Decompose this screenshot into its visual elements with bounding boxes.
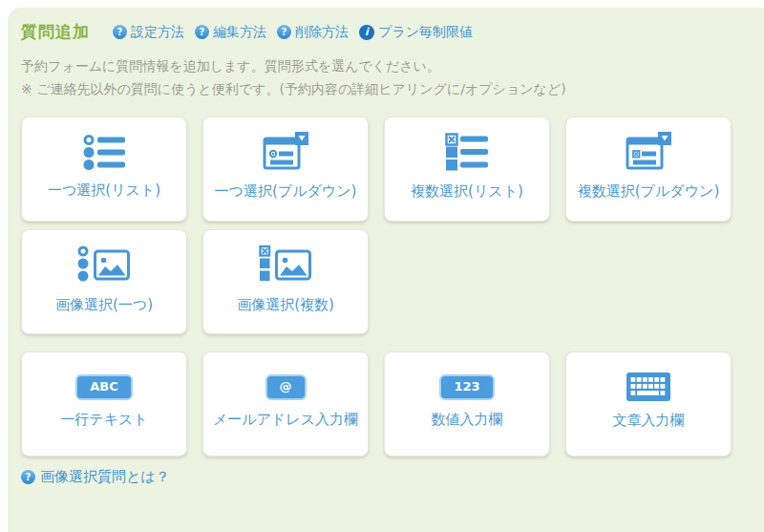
description-line1: 予約フォームに質問情報を追加します。質問形式を選んでください。 xyxy=(21,55,751,78)
card-label: メールアドレス入力欄 xyxy=(213,406,358,434)
page-title: 質問追加 xyxy=(21,21,90,43)
link-label: 設定方法 xyxy=(131,24,184,41)
link-edit-method[interactable]: ? 編集方法 xyxy=(195,24,266,41)
link-plan-limit[interactable]: i プラン毎制限値 xyxy=(359,24,473,41)
card-multi-choice-list[interactable]: 複数選択(リスト) xyxy=(384,117,550,222)
image-multi-icon xyxy=(258,244,313,286)
card-single-choice-list[interactable]: 一つ選択(リスト) xyxy=(21,117,187,222)
info-icon: i xyxy=(359,25,374,40)
link-delete-method[interactable]: ? 削除方法 xyxy=(277,24,349,41)
card-numeric-input[interactable]: 123 数値入力欄 xyxy=(384,351,550,457)
card-label: 複数選択(プルダウン) xyxy=(578,178,719,205)
help-icon: ? xyxy=(21,470,35,484)
footer: ? 画像選択質問とは？ xyxy=(21,468,751,486)
pulldown-multi-icon xyxy=(626,132,671,172)
card-label: 一行テキスト xyxy=(60,406,147,434)
radio-list-icon xyxy=(81,133,127,171)
link-label: プラン毎制限値 xyxy=(378,24,473,41)
card-row-1: 一つ選択(リスト) 一つ選択(プルダウン) xyxy=(21,117,751,222)
abc-badge-icon: ABC xyxy=(75,374,133,400)
card-label: 複数選択(リスト) xyxy=(411,178,523,205)
card-image-choice-multi[interactable]: 画像選択(複数) xyxy=(202,229,369,334)
card-label: 数値入力欄 xyxy=(432,406,503,434)
card-multi-choice-pulldown[interactable]: 複数選択(プルダウン) xyxy=(565,117,732,222)
card-label: 画像選択(一つ) xyxy=(55,291,153,319)
link-label: 削除方法 xyxy=(295,24,349,41)
card-row-2: 画像選択(一つ) 画像選択(複数) xyxy=(21,229,751,334)
question-add-panel: 質問追加 ? 設定方法 ? 編集方法 ? 削除方法 i プラン毎制限値 予約フォ… xyxy=(8,8,764,532)
card-label: 画像選択(複数) xyxy=(237,291,334,319)
description-line2: ※ ご連絡先以外の質問に使うと便利です。(予約内容の詳細ヒアリングに/オプション… xyxy=(21,78,751,101)
card-email-input[interactable]: @ メールアドレス入力欄 xyxy=(202,351,369,457)
header: 質問追加 ? 設定方法 ? 編集方法 ? 削除方法 i プラン毎制限値 xyxy=(21,21,751,43)
card-long-text-input[interactable]: 文章入力欄 xyxy=(565,351,732,457)
link-label: 画像選択質問とは？ xyxy=(40,468,170,486)
at-badge-icon: @ xyxy=(265,374,307,400)
image-question-help-link[interactable]: ? 画像選択質問とは？ xyxy=(21,468,170,486)
checkbox-list-icon xyxy=(444,132,490,172)
card-single-line-text[interactable]: ABC 一行テキスト xyxy=(21,351,187,457)
help-icon: ? xyxy=(195,25,209,39)
card-label: 一つ選択(プルダウン) xyxy=(215,178,357,205)
page: 質問追加 ? 設定方法 ? 編集方法 ? 削除方法 i プラン毎制限値 予約フォ… xyxy=(0,0,764,532)
pulldown-single-icon xyxy=(263,132,308,172)
image-single-icon xyxy=(76,244,132,286)
help-icon: ? xyxy=(277,25,291,39)
help-icon: ? xyxy=(113,25,127,39)
link-label: 編集方法 xyxy=(213,24,266,41)
card-row-3: ABC 一行テキスト @ メールアドレス入力欄 123 数値入力欄 xyxy=(21,351,751,457)
card-label: 一つ選択(リスト) xyxy=(48,177,160,204)
card-label: 文章入力欄 xyxy=(613,407,685,435)
card-image-choice-single[interactable]: 画像選択(一つ) xyxy=(21,229,187,334)
num-badge-icon: 123 xyxy=(439,374,494,400)
keyboard-icon xyxy=(626,372,670,401)
link-setting-method[interactable]: ? 設定方法 xyxy=(113,24,184,41)
card-single-choice-pulldown[interactable]: 一つ選択(プルダウン) xyxy=(202,117,369,222)
